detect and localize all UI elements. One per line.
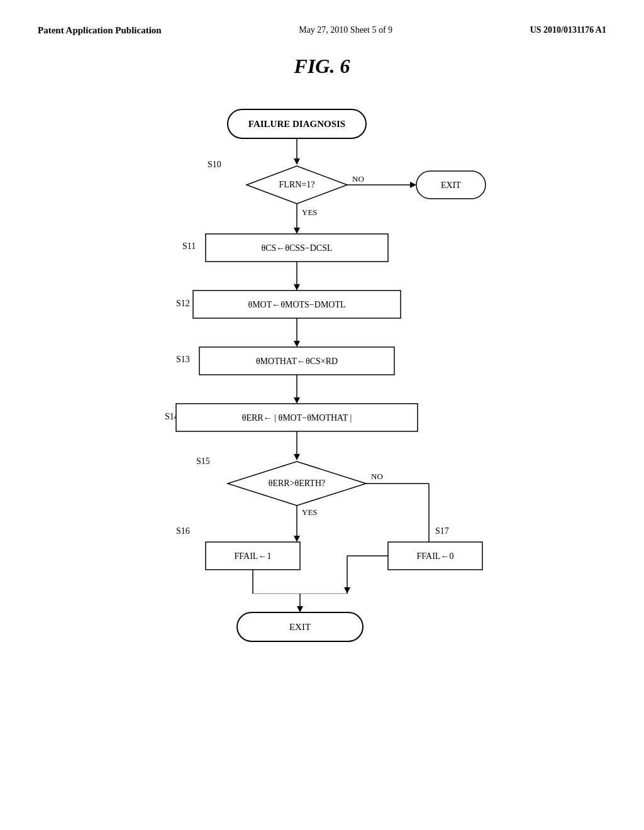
svg-marker-14 <box>294 228 300 234</box>
svg-text:θERR← | θMOT−θMOTHAT |: θERR← | θMOT−θMOTHAT | <box>242 413 352 423</box>
svg-text:θMOTHAT←θCS×RD: θMOTHAT←θCS×RD <box>256 357 338 366</box>
svg-marker-24 <box>294 341 300 347</box>
svg-text:S10: S10 <box>208 160 221 169</box>
svg-marker-47 <box>294 536 300 542</box>
svg-text:S13: S13 <box>176 355 190 364</box>
svg-text:S16: S16 <box>176 526 190 536</box>
svg-text:θMOT←θMOTS−DMOTL: θMOT←θMOTS−DMOTL <box>248 300 345 309</box>
svg-text:EXIT: EXIT <box>441 180 461 190</box>
svg-marker-3 <box>294 158 300 165</box>
figure-title: FIG. 6 <box>0 55 644 78</box>
header-patent-number: US 2010/0131176 A1 <box>530 25 606 35</box>
svg-text:FFAIL←1: FFAIL←1 <box>235 551 272 561</box>
svg-text:NO: NO <box>371 472 383 481</box>
svg-text:S12: S12 <box>176 299 190 308</box>
svg-text:YES: YES <box>302 208 318 217</box>
svg-marker-9 <box>410 182 416 188</box>
svg-marker-29 <box>294 397 300 404</box>
svg-text:NO: NO <box>352 174 364 184</box>
flowchart-svg: FAILURE DIAGNOSIS S10 FLRN=1? NO EXIT YE… <box>102 91 542 751</box>
svg-marker-57 <box>297 606 303 612</box>
svg-marker-34 <box>294 454 300 460</box>
svg-text:θERR>θERTH?: θERR>θERTH? <box>269 479 325 488</box>
diagram-area: FAILURE DIAGNOSIS S10 FLRN=1? NO EXIT YE… <box>0 91 644 830</box>
header-publication: Patent Application Publication <box>38 25 162 36</box>
svg-marker-19 <box>294 284 300 290</box>
svg-text:FFAIL←0: FFAIL←0 <box>417 551 454 561</box>
page-header: Patent Application Publication May 27, 2… <box>0 0 644 36</box>
svg-marker-54 <box>344 587 350 594</box>
svg-text:FLRN=1?: FLRN=1? <box>279 180 315 189</box>
header-date-sheet: May 27, 2010 Sheet 5 of 9 <box>299 25 392 35</box>
svg-text:FAILURE DIAGNOSIS: FAILURE DIAGNOSIS <box>248 119 345 129</box>
svg-text:S11: S11 <box>182 241 196 251</box>
svg-text:θCS←θCSS−DCSL: θCS←θCSS−DCSL <box>261 243 332 253</box>
svg-text:S15: S15 <box>196 456 210 466</box>
svg-text:YES: YES <box>302 507 318 517</box>
svg-text:EXIT: EXIT <box>289 622 311 632</box>
svg-text:S17: S17 <box>435 526 449 536</box>
